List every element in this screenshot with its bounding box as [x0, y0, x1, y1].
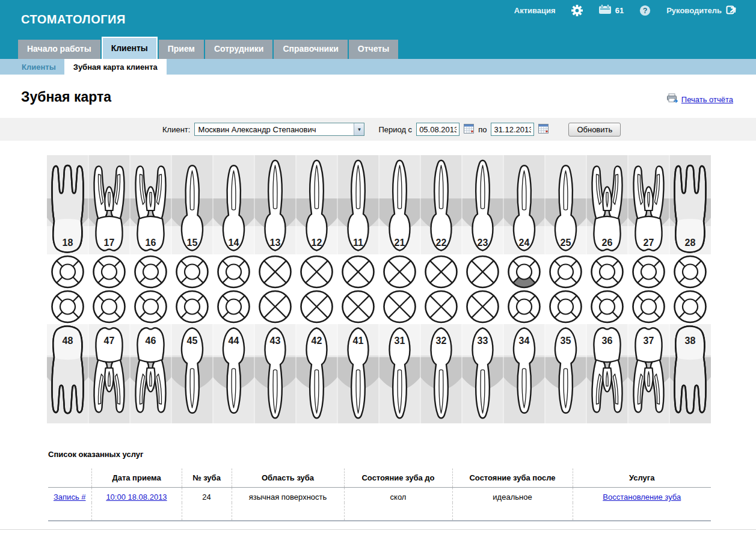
service-link[interactable]: Восстановление зуба: [603, 493, 681, 502]
svg-text:11: 11: [353, 238, 363, 248]
col-service: Услуга: [573, 468, 711, 488]
svg-text:15: 15: [187, 238, 198, 248]
user-role-label[interactable]: Руководитель: [666, 6, 722, 15]
settings-gear-icon[interactable]: [571, 5, 583, 16]
col-date: Дата приема: [91, 468, 182, 488]
chevron-down-icon[interactable]: ▼: [354, 123, 364, 135]
col-state-before: Состояние зуба до: [344, 468, 452, 488]
svg-text:?: ?: [643, 7, 648, 15]
table-row: Запись # 10:00 18.08.2013 24 язычная пов…: [48, 488, 711, 503]
filter-bar: Клиент: Москвин Александр Степанович ▼ П…: [0, 118, 756, 141]
period-to-label: по: [478, 125, 487, 134]
footer-divider: [0, 529, 756, 534]
svg-text:22: 22: [436, 238, 447, 248]
tab-start[interactable]: Начало работы: [18, 40, 100, 59]
tooth-surface-circles[interactable]: [47, 254, 711, 324]
col-record: [48, 468, 91, 488]
calendar-counter[interactable]: 61: [598, 4, 624, 17]
period-to-input[interactable]: [491, 123, 534, 136]
print-report[interactable]: Печать отчёта: [666, 93, 733, 105]
svg-text:13: 13: [270, 238, 281, 248]
sub-navigation: Клиенты Зубная карта клиента: [0, 59, 756, 75]
client-select[interactable]: Москвин Александр Степанович ▼: [194, 123, 364, 136]
col-tooth: № зуба: [182, 468, 232, 488]
refresh-button[interactable]: Обновить: [568, 123, 621, 137]
tab-directories[interactable]: Справочники: [274, 40, 347, 59]
tab-clients[interactable]: Клиенты: [102, 37, 158, 59]
svg-text:27: 27: [644, 238, 654, 248]
col-state-after: Состояние зуба после: [452, 468, 573, 488]
svg-text:25: 25: [561, 238, 571, 248]
period-from-label: Период с: [378, 125, 412, 134]
svg-text:38: 38: [685, 336, 696, 346]
svg-text:46: 46: [146, 336, 156, 346]
dental-chart: 18171615141312112122232425262728 4847464…: [47, 155, 711, 423]
date-from-calendar-icon[interactable]: [464, 124, 474, 135]
subtab-dental-chart[interactable]: Зубная карта клиента: [64, 59, 167, 75]
subtab-clients[interactable]: Клиенты: [13, 59, 64, 75]
svg-text:28: 28: [685, 238, 696, 248]
svg-text:43: 43: [270, 336, 281, 346]
services-table: Дата приема № зуба Область зуба Состояни…: [48, 468, 711, 521]
visit-date-link[interactable]: 10:00 18.08.2013: [106, 493, 167, 502]
activation-link[interactable]: Активация: [514, 6, 556, 15]
period-from-input[interactable]: [416, 123, 459, 136]
printer-icon: [666, 93, 678, 105]
counter-value: 61: [615, 6, 624, 15]
col-area: Область зуба: [232, 468, 344, 488]
svg-text:34: 34: [519, 336, 530, 346]
tab-reports[interactable]: Отчеты: [349, 40, 398, 59]
logout-icon[interactable]: [726, 4, 738, 17]
svg-text:24: 24: [519, 238, 530, 248]
table-spacer-row: [48, 503, 711, 521]
lower-teeth-row[interactable]: 48474645444342413132333435363738: [47, 324, 711, 423]
svg-text:45: 45: [187, 336, 198, 346]
svg-text:12: 12: [312, 238, 322, 248]
page-title: Зубная карта: [21, 89, 111, 105]
services-section: Список оказанных услуг Дата приема № зуб…: [48, 450, 711, 521]
tab-staff[interactable]: Сотрудники: [205, 40, 273, 59]
svg-text:47: 47: [104, 336, 115, 346]
svg-text:41: 41: [353, 336, 364, 346]
state-after-cell: идеальное: [452, 488, 573, 503]
svg-text:44: 44: [229, 336, 239, 346]
svg-text:37: 37: [644, 336, 654, 346]
client-label: Клиент:: [162, 125, 190, 134]
date-to-calendar-icon[interactable]: [538, 124, 549, 135]
upper-teeth-row[interactable]: 18171615141312112122232425262728: [47, 155, 711, 254]
record-link[interactable]: Запись #: [54, 493, 86, 502]
help-icon[interactable]: ?: [639, 5, 651, 16]
svg-text:48: 48: [63, 336, 73, 346]
print-report-link[interactable]: Печать отчёта: [681, 95, 733, 104]
tab-reception[interactable]: Прием: [159, 40, 204, 59]
svg-text:17: 17: [104, 238, 115, 248]
svg-text:35: 35: [561, 336, 571, 346]
svg-text:16: 16: [146, 238, 156, 248]
top-header: СТОМАТОЛОГИЯ Активация: [0, 0, 756, 59]
svg-text:14: 14: [229, 238, 239, 248]
main-navigation: Начало работы Клиенты Прием Сотрудники С…: [0, 40, 756, 59]
svg-text:33: 33: [478, 336, 488, 346]
svg-text:31: 31: [395, 336, 405, 346]
calendar-icon: [598, 4, 612, 17]
tooth-number-cell: 24: [182, 488, 232, 503]
user-role-menu[interactable]: Руководитель: [666, 4, 738, 17]
app-title: СТОМАТОЛОГИЯ: [21, 13, 126, 26]
state-before-cell: скол: [344, 488, 452, 503]
svg-text:36: 36: [602, 336, 613, 346]
svg-text:26: 26: [602, 238, 613, 248]
svg-text:42: 42: [312, 336, 322, 346]
tooth-area-cell: язычная поверхность: [232, 488, 344, 503]
svg-text:32: 32: [436, 336, 447, 346]
svg-text:21: 21: [395, 238, 405, 248]
services-header-row: Дата приема № зуба Область зуба Состояни…: [48, 468, 711, 488]
services-title: Список оказанных услуг: [48, 450, 711, 459]
client-select-value: Москвин Александр Степанович: [198, 125, 316, 134]
svg-text:23: 23: [478, 238, 488, 248]
svg-text:18: 18: [63, 238, 73, 248]
